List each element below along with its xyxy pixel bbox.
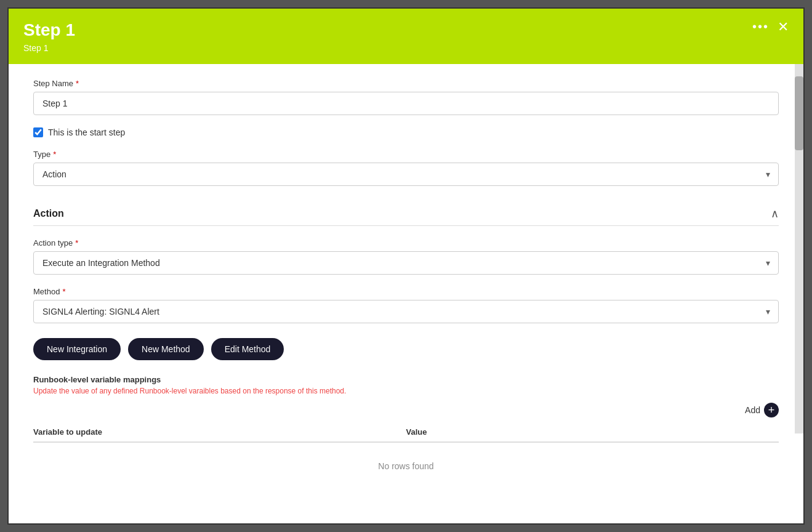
new-integration-button[interactable]: New Integration xyxy=(33,338,121,360)
new-method-button[interactable]: New Method xyxy=(128,338,204,360)
type-required: * xyxy=(53,150,56,159)
method-select[interactable]: SIGNL4 Alerting: SIGNL4 Alert xyxy=(33,300,779,323)
start-step-row: This is the start step xyxy=(33,127,779,137)
scrollbar-thumb[interactable] xyxy=(795,76,803,150)
step-name-label: Step Name * xyxy=(33,79,779,88)
modal-body: Step Name * This is the start step Type … xyxy=(9,64,803,523)
action-type-group: Action type * Execute an Integration Met… xyxy=(33,238,779,275)
variable-mappings-description: Update the value of any defined Runbook-… xyxy=(33,387,779,395)
start-step-label: This is the start step xyxy=(48,127,125,137)
type-label: Type * xyxy=(33,150,779,159)
action-buttons-row: New Integration New Method Edit Method xyxy=(33,338,779,360)
type-select[interactable]: Action Condition End xyxy=(33,163,779,186)
scrollbar[interactable] xyxy=(795,64,803,433)
modal-title: Step 1 xyxy=(23,20,75,41)
start-step-checkbox[interactable] xyxy=(33,127,43,137)
edit-method-button[interactable]: Edit Method xyxy=(211,338,284,360)
action-type-label: Action type * xyxy=(33,238,779,248)
variable-mappings-section: Runbook-level variable mappings Update t… xyxy=(33,375,779,490)
action-type-required: * xyxy=(75,238,78,248)
step-name-input[interactable] xyxy=(33,92,779,115)
close-icon[interactable]: ✕ xyxy=(778,20,789,34)
method-group: Method * SIGNL4 Alerting: SIGNL4 Alert ▾ xyxy=(33,287,779,323)
type-group: Type * Action Condition End ▾ xyxy=(33,150,779,186)
add-row: Add + xyxy=(33,403,779,417)
step-name-required: * xyxy=(76,79,79,88)
action-section-title: Action xyxy=(33,208,64,219)
action-collapse-button[interactable]: ∧ xyxy=(771,207,779,220)
modal-header-actions: ••• ✕ xyxy=(752,20,789,34)
modal-container: Step 1 Step 1 ••• ✕ Step Name * This is … xyxy=(7,7,805,525)
table-col-value: Value xyxy=(406,427,779,437)
method-select-wrapper: SIGNL4 Alerting: SIGNL4 Alert ▾ xyxy=(33,300,779,323)
variable-mappings-title: Runbook-level variable mappings xyxy=(33,375,779,384)
action-section-header: Action ∧ xyxy=(33,198,779,226)
add-label: Add xyxy=(745,405,760,415)
method-label: Method * xyxy=(33,287,779,296)
method-required: * xyxy=(62,287,65,296)
more-options-icon[interactable]: ••• xyxy=(752,20,769,34)
modal-subtitle: Step 1 xyxy=(23,43,75,53)
table-empty-message: No rows found xyxy=(33,443,779,490)
action-type-select-wrapper: Execute an Integration Method Run Script… xyxy=(33,251,779,275)
modal-header: Step 1 Step 1 ••• ✕ xyxy=(9,9,803,64)
table-header: Variable to update Value xyxy=(33,422,779,443)
type-select-wrapper: Action Condition End ▾ xyxy=(33,163,779,186)
table-col-variable: Variable to update xyxy=(33,427,406,437)
modal-title-group: Step 1 Step 1 xyxy=(23,20,75,53)
step-name-group: Step Name * xyxy=(33,79,779,115)
add-variable-button[interactable]: + xyxy=(764,403,779,417)
action-type-select[interactable]: Execute an Integration Method Run Script… xyxy=(33,251,779,275)
